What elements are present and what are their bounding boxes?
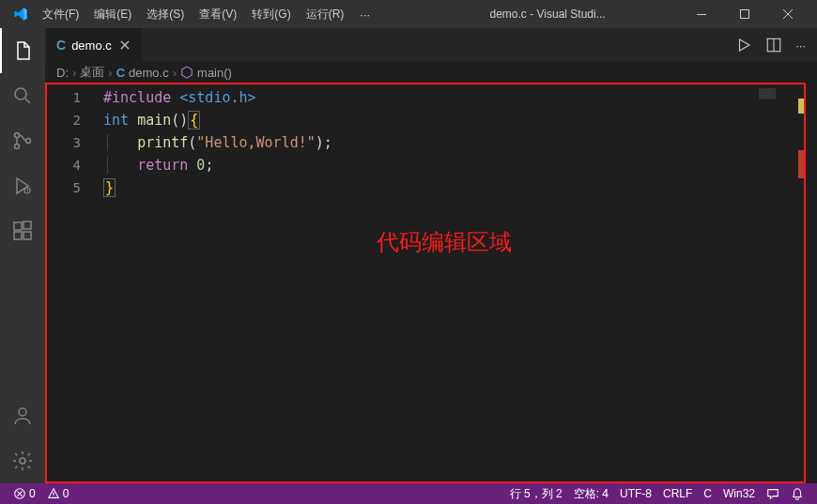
- c-file-icon: C: [56, 38, 66, 53]
- extensions-icon[interactable]: [0, 208, 45, 253]
- svg-rect-9: [23, 232, 31, 239]
- svg-point-12: [20, 458, 25, 464]
- svg-rect-10: [23, 221, 31, 229]
- svg-point-3: [15, 133, 20, 138]
- chevron-right-icon: ›: [108, 66, 112, 80]
- breadcrumb-folder[interactable]: 桌面: [80, 64, 104, 81]
- notifications-icon[interactable]: [785, 483, 809, 504]
- c-file-icon: C: [116, 66, 125, 80]
- vscode-logo-icon: [8, 7, 34, 22]
- method-icon: [180, 66, 193, 79]
- code-editor[interactable]: 1 2 3 4 5 ▓▓▓ #include <stdio.h> int mai…: [45, 83, 806, 483]
- menu-go[interactable]: 转到(G): [245, 7, 297, 23]
- maximize-button[interactable]: [723, 0, 766, 28]
- titlebar: 文件(F) 编辑(E) 选择(S) 查看(V) 转到(G) 运行(R) ··· …: [0, 0, 817, 28]
- chevron-right-icon: ›: [173, 66, 177, 80]
- account-icon[interactable]: [0, 393, 45, 438]
- status-target[interactable]: Win32: [717, 483, 761, 504]
- breadcrumb-symbol[interactable]: main(): [180, 66, 232, 80]
- status-indentation[interactable]: 空格: 4: [568, 483, 614, 504]
- status-encoding[interactable]: UTF-8: [614, 483, 657, 504]
- run-debug-icon[interactable]: [0, 163, 45, 208]
- status-bar: 0 0 行 5，列 2 空格: 4 UTF-8 CRLF C Win32: [0, 483, 817, 504]
- close-button[interactable]: [766, 0, 809, 28]
- svg-rect-7: [14, 222, 22, 230]
- svg-point-2: [15, 88, 26, 99]
- menu-run[interactable]: 运行(R): [300, 7, 351, 23]
- tab-label: demo.c: [71, 38, 112, 53]
- minimap[interactable]: [785, 84, 804, 481]
- activity-bar: [0, 28, 45, 483]
- tab-bar: C demo.c ···: [45, 28, 817, 62]
- watermark: ▓▓▓: [759, 88, 776, 99]
- menu-file[interactable]: 文件(F): [36, 7, 85, 23]
- window-controls: [680, 0, 809, 28]
- source-control-icon[interactable]: [0, 118, 45, 163]
- menu-view[interactable]: 查看(V): [193, 7, 243, 23]
- feedback-icon[interactable]: [761, 483, 785, 504]
- svg-rect-1: [741, 10, 749, 19]
- status-language[interactable]: C: [698, 483, 717, 504]
- window-title: demo.c - Visual Studi...: [379, 8, 678, 21]
- run-file-icon[interactable]: [735, 37, 752, 53]
- menu-more-icon[interactable]: ···: [352, 8, 378, 22]
- settings-gear-icon[interactable]: [0, 438, 45, 483]
- code-content[interactable]: ▓▓▓ #include <stdio.h> int main(){ │ pri…: [103, 84, 785, 481]
- breadcrumb-file[interactable]: C demo.c: [116, 66, 169, 80]
- more-actions-icon[interactable]: ···: [795, 38, 806, 53]
- minimize-button[interactable]: [680, 0, 723, 28]
- svg-point-11: [19, 408, 26, 416]
- svg-rect-0: [697, 14, 706, 15]
- tab-demo-c[interactable]: C demo.c: [47, 28, 143, 62]
- svg-point-5: [26, 139, 31, 144]
- menu-edit[interactable]: 编辑(E): [87, 7, 138, 23]
- search-icon[interactable]: [0, 73, 45, 118]
- chevron-right-icon: ›: [72, 66, 76, 80]
- annotation-label: 代码编辑区域: [377, 227, 512, 257]
- breadcrumb-drive[interactable]: D:: [56, 66, 69, 80]
- line-gutter: 1 2 3 4 5: [47, 84, 103, 481]
- menu-selection[interactable]: 选择(S): [140, 7, 191, 23]
- split-editor-icon[interactable]: [765, 37, 782, 53]
- status-warnings[interactable]: 0: [41, 483, 75, 504]
- svg-point-4: [15, 145, 20, 149]
- breadcrumb: D: › 桌面 › C demo.c › main(): [45, 62, 817, 83]
- svg-rect-8: [14, 232, 22, 239]
- status-cursor-position[interactable]: 行 5，列 2: [504, 483, 568, 504]
- status-errors[interactable]: 0: [8, 483, 41, 504]
- tab-close-icon[interactable]: [117, 38, 132, 53]
- status-eol[interactable]: CRLF: [657, 483, 698, 504]
- explorer-icon[interactable]: [0, 28, 45, 73]
